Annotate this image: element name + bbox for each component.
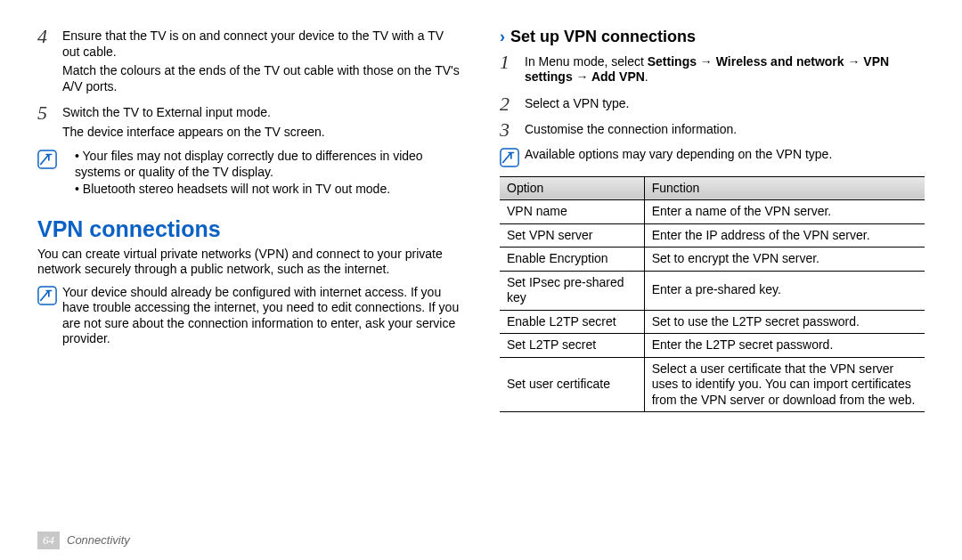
step-text: The device interface appears on the TV s…: [62, 125, 462, 141]
step-text: Customise the connection information.: [525, 122, 925, 138]
table-header-row: Option Function: [500, 176, 925, 200]
table-row: Enable Encryption Set to encrypt the VPN…: [500, 248, 925, 272]
step-text: Switch the TV to External input mode.: [62, 105, 462, 121]
step-4: 4 Ensure that the TV is on and connect y…: [37, 27, 462, 98]
step-number: 1: [500, 53, 525, 72]
step-body: Select a VPN type.: [525, 94, 925, 116]
step-number: 2: [500, 94, 525, 114]
table-row: Set IPsec pre-shared key Enter a pre-sha…: [500, 271, 925, 310]
note-text: Available options may vary depending on …: [525, 147, 925, 163]
table-row: Set user certificate Select a user certi…: [500, 357, 925, 412]
step-1: 1 In Menu mode, select Settings → Wirele…: [500, 53, 925, 89]
subsection-heading: › Set up VPN connections: [500, 27, 925, 47]
step-body: Ensure that the TV is on and connect you…: [62, 27, 462, 98]
note-body: Your files may not display correctly due…: [62, 149, 462, 199]
step-number: 4: [37, 27, 62, 46]
svg-rect-0: [38, 150, 56, 168]
option-cell: Set L2TP secret: [500, 334, 644, 358]
option-cell: VPN name: [500, 200, 644, 224]
option-cell: Enable Encryption: [500, 248, 644, 272]
note-body: Your device should already be configured…: [62, 285, 462, 349]
table-header: Function: [644, 176, 925, 200]
step-text: Select a VPN type.: [525, 96, 925, 112]
note-icon: [37, 150, 57, 169]
table-body: VPN name Enter a name of the VPN server.…: [500, 200, 925, 412]
function-cell: Enter the L2TP secret password.: [644, 334, 925, 358]
note-box: Your files may not display correctly due…: [37, 149, 462, 199]
page: 4 Ensure that the TV is on and connect y…: [0, 0, 962, 560]
step-text: Ensure that the TV is on and connect you…: [62, 28, 462, 60]
page-number: 64: [37, 532, 60, 549]
step-2: 2 Select a VPN type.: [500, 94, 925, 116]
subsection-title: Set up VPN connections: [510, 27, 696, 47]
svg-rect-2: [501, 148, 518, 166]
table-header: Option: [500, 176, 644, 200]
table-row: Set VPN server Enter the IP address of t…: [500, 223, 925, 248]
table-row: Set L2TP secret Enter the L2TP secret pa…: [500, 334, 925, 358]
option-cell: Set IPsec pre-shared key: [500, 271, 644, 310]
function-cell: Enter a pre-shared key.: [644, 271, 925, 310]
note-icon: [500, 148, 519, 167]
function-cell: Set to use the L2TP secret password.: [644, 310, 925, 334]
note-box: Available options may vary depending on …: [500, 147, 925, 167]
note-icon: [37, 286, 57, 305]
step-3: 3 Customise the connection information.: [500, 120, 925, 142]
right-column: › Set up VPN connections 1 In Menu mode,…: [500, 27, 925, 530]
options-table: Option Function VPN name Enter a name of…: [500, 176, 925, 413]
note-bullet: Your files may not display correctly due…: [75, 149, 462, 180]
section-intro: You can create virtual private networks …: [37, 247, 462, 278]
note-box: Your device should already be configured…: [37, 285, 462, 349]
footer-section-label: Connectivity: [67, 533, 130, 548]
function-cell: Set to encrypt the VPN server.: [644, 248, 925, 272]
option-cell: Set VPN server: [500, 223, 644, 248]
text: .: [645, 69, 648, 84]
step-text: Match the colours at the ends of the TV …: [62, 63, 462, 94]
step-body: Switch the TV to External input mode. Th…: [62, 103, 462, 143]
step-text: In Menu mode, select Settings → Wireless…: [525, 54, 925, 85]
step-number: 3: [500, 120, 525, 140]
note-body: Available options may vary depending on …: [525, 147, 925, 165]
step-body: In Menu mode, select Settings → Wireless…: [525, 53, 925, 89]
section-title: VPN connections: [37, 215, 462, 243]
note-bullets: Your files may not display correctly due…: [62, 149, 462, 198]
left-column: 4 Ensure that the TV is on and connect y…: [37, 27, 462, 530]
table-row: Enable L2TP secret Set to use the L2TP s…: [500, 310, 925, 334]
two-column-layout: 4 Ensure that the TV is on and connect y…: [37, 27, 925, 530]
function-cell: Enter a name of the VPN server.: [644, 200, 925, 224]
step-body: Customise the connection information.: [525, 120, 925, 142]
step-5: 5 Switch the TV to External input mode. …: [37, 103, 462, 143]
option-cell: Set user certificate: [500, 357, 644, 412]
note-text: Your device should already be configured…: [62, 285, 462, 347]
note-bullet: Bluetooth stereo headsets will not work …: [75, 182, 462, 198]
option-cell: Enable L2TP secret: [500, 310, 644, 334]
page-footer: 64 Connectivity: [37, 530, 925, 551]
step-number: 5: [37, 103, 62, 123]
text: In Menu mode, select: [525, 54, 648, 69]
function-cell: Enter the IP address of the VPN server.: [644, 223, 925, 248]
svg-rect-1: [38, 287, 56, 304]
chevron-icon: ›: [500, 28, 505, 45]
function-cell: Select a user certificate that the VPN s…: [644, 357, 925, 412]
table-row: VPN name Enter a name of the VPN server.: [500, 200, 925, 224]
